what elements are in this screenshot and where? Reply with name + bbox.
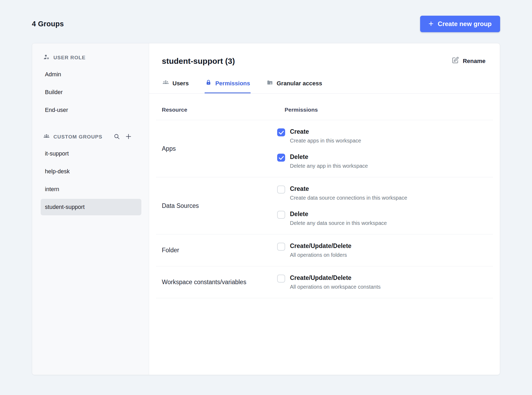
permission-entry: Create/Update/Delete All operations on f… xyxy=(277,242,493,258)
tab-users[interactable]: Users xyxy=(162,70,189,93)
sidebar-item-help-desk[interactable]: help-desk xyxy=(41,163,141,180)
search-groups-button[interactable] xyxy=(113,133,121,141)
table-row-data-sources: Data Sources Create Create data source c… xyxy=(156,177,493,234)
permission-description: Create apps in this workspace xyxy=(290,138,361,144)
folder-cud-checkbox[interactable] xyxy=(277,243,285,251)
sidebar-item-intern[interactable]: intern xyxy=(41,181,141,198)
permission-label: Create xyxy=(290,185,407,192)
data-sources-create-checkbox[interactable] xyxy=(277,186,285,194)
custom-groups-header-label: CUSTOM GROUPS xyxy=(53,134,102,140)
permission-entry: Create Create apps in this workspace xyxy=(277,128,493,144)
edit-icon xyxy=(452,57,459,65)
table-row-apps: Apps Create Create apps in this workspac… xyxy=(156,120,493,177)
groups-sidebar: USER ROLE Admin Builder End-user xyxy=(32,43,149,375)
permission-label: Delete xyxy=(290,211,387,218)
resource-label: Workspace constants/variables xyxy=(162,279,277,286)
sidebar-item-end-user[interactable]: End-user xyxy=(41,102,141,118)
tab-permissions[interactable]: Permissions xyxy=(205,70,251,93)
create-new-group-label: Create new group xyxy=(438,20,492,28)
create-new-group-button[interactable]: + Create new group xyxy=(420,16,500,32)
search-icon xyxy=(113,133,120,141)
apps-delete-checkbox[interactable] xyxy=(277,154,285,162)
permission-description: All operations on workspace constants xyxy=(290,284,381,290)
table-row-workspace-constants: Workspace constants/variables Create/Upd… xyxy=(156,266,493,298)
rename-label: Rename xyxy=(463,58,485,65)
custom-groups-section-header: CUSTOM GROUPS xyxy=(41,133,141,141)
permission-entry: Create Create data source connections in… xyxy=(277,185,493,201)
permission-description: Create data source connections in this w… xyxy=(290,195,407,201)
page-title: 4 Groups xyxy=(32,20,64,28)
custom-groups-icon xyxy=(43,133,50,141)
resource-label: Folder xyxy=(162,247,277,254)
add-group-icon xyxy=(125,133,132,141)
permission-label: Create/Update/Delete xyxy=(290,274,381,281)
group-title: student-support (3) xyxy=(162,57,235,66)
permission-entry: Delete Delete any app in this workspace xyxy=(277,153,493,169)
sidebar-item-student-support[interactable]: student-support xyxy=(41,199,141,215)
user-role-list: Admin Builder End-user xyxy=(41,66,141,118)
user-role-icon xyxy=(43,54,50,62)
custom-groups-list: it-support help-desk intern student-supp… xyxy=(41,145,141,215)
sidebar-item-admin[interactable]: Admin xyxy=(41,66,141,83)
user-role-section-header: USER ROLE xyxy=(41,54,141,61)
add-group-button[interactable] xyxy=(124,132,133,141)
sidebar-item-it-support[interactable]: it-support xyxy=(41,145,141,162)
permission-entry: Create/Update/Delete All operations on w… xyxy=(277,274,493,290)
data-sources-delete-checkbox[interactable] xyxy=(277,211,285,219)
group-detail-panel: student-support (3) Rename xyxy=(149,43,500,375)
permission-label: Create xyxy=(290,128,361,135)
resource-label: Apps xyxy=(162,145,277,152)
group-detail-header: student-support (3) Rename xyxy=(156,43,493,66)
resource-column-header: Resource xyxy=(162,107,277,113)
groups-card: USER ROLE Admin Builder End-user xyxy=(32,43,500,375)
permissions-column-header: Permissions xyxy=(277,107,493,113)
resource-label: Data Sources xyxy=(162,202,277,209)
permission-entry: Delete Delete any data source in this wo… xyxy=(277,211,493,226)
lock-icon xyxy=(205,79,212,87)
permission-label: Create/Update/Delete xyxy=(290,242,351,250)
folder-icon xyxy=(267,79,273,87)
apps-create-checkbox[interactable] xyxy=(277,128,285,136)
workspace-constants-cud-checkbox[interactable] xyxy=(277,275,285,283)
topbar: 4 Groups + Create new group xyxy=(32,15,500,32)
tab-granular-access-label: Granular access xyxy=(277,80,322,87)
tab-permissions-label: Permissions xyxy=(215,80,250,87)
table-row-folder: Folder Create/Update/Delete All operatio… xyxy=(156,234,493,266)
permission-description: Delete any app in this workspace xyxy=(290,163,368,169)
groups-page: 4 Groups + Create new group xyxy=(0,0,532,375)
rename-button[interactable]: Rename xyxy=(450,56,487,66)
group-detail-tabs: Users Permissions xyxy=(149,70,500,94)
users-icon xyxy=(162,79,169,87)
permission-description: Delete any data source in this workspace xyxy=(290,220,387,226)
tab-users-label: Users xyxy=(172,80,189,87)
tab-granular-access[interactable]: Granular access xyxy=(266,70,323,93)
plus-icon: + xyxy=(429,19,434,28)
user-role-header-label: USER ROLE xyxy=(53,55,86,61)
permission-label: Delete xyxy=(290,153,368,161)
sidebar-item-builder[interactable]: Builder xyxy=(41,84,141,100)
permissions-table-header: Resource Permissions xyxy=(156,94,493,120)
permission-description: All operations on folders xyxy=(290,252,351,258)
